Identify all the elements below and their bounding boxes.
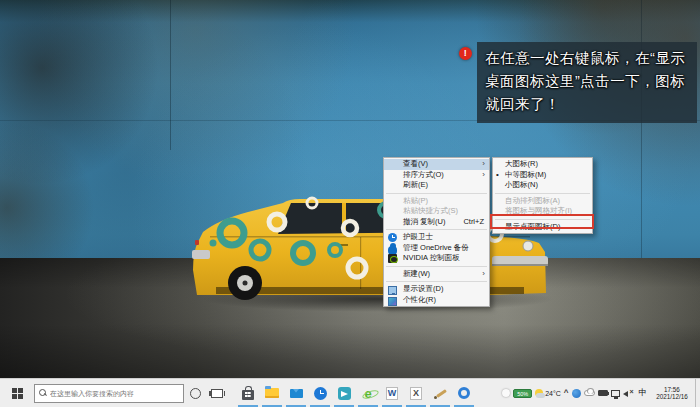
menu-item-nvidia-control-panel[interactable]: NVIDIA 控制面板 bbox=[384, 253, 489, 264]
menu-item-shortcut: Ctrl+Z bbox=[463, 217, 484, 228]
hidden-icons-chevron[interactable]: ^ bbox=[564, 389, 569, 397]
tray-blue-app-icon[interactable] bbox=[572, 389, 581, 398]
windows-logo-icon bbox=[12, 388, 23, 399]
submenu-item-auto-arrange[interactable]: 自动排列图标(A) bbox=[493, 196, 592, 207]
annotation-callout: ! 在任意一处右键鼠标，在“显示 桌面图标这里”点击一下，图标 就回来了！ bbox=[477, 42, 697, 123]
annotation-line: 就回来了！ bbox=[485, 93, 689, 116]
temperature-label: 24°C bbox=[545, 390, 561, 397]
pen-app-taskbar-button[interactable] bbox=[428, 379, 452, 407]
menu-item-new[interactable]: 新建(W) › bbox=[384, 269, 489, 280]
nvidia-icon bbox=[388, 254, 397, 263]
mute-x: × bbox=[629, 388, 633, 395]
menu-item-personalization[interactable]: 个性化(R) bbox=[384, 295, 489, 306]
menu-item-display-settings[interactable]: 显示设置(D) bbox=[384, 284, 489, 295]
speaker-muted-icon[interactable]: × bbox=[623, 389, 634, 398]
red-exclamation-badge-icon: ! bbox=[459, 47, 472, 60]
menu-item-label: 新建(W) bbox=[403, 269, 430, 279]
menu-item-label: 排序方式(O) bbox=[403, 170, 444, 180]
personalization-icon bbox=[388, 297, 397, 306]
menu-separator bbox=[495, 219, 590, 220]
menu-item-label: 自动排列图标(A) bbox=[505, 196, 560, 206]
menu-item-label: 个性化(R) bbox=[403, 295, 436, 305]
submenu-item-large-icons[interactable]: 大图标(R) bbox=[493, 159, 592, 170]
battery-icon[interactable] bbox=[598, 390, 608, 396]
desktop-screen: ! 在任意一处右键鼠标，在“显示 桌面图标这里”点击一下，图标 就回来了！ 查看… bbox=[0, 0, 700, 407]
taskbar-app-icons: e W X bbox=[236, 379, 476, 407]
menu-item-label: 显示桌面图标(D) bbox=[505, 222, 560, 232]
system-tray: 50% 24°C ^ × 中 17:56 2021/12/16 bbox=[502, 379, 700, 407]
menu-separator bbox=[386, 229, 487, 230]
menu-item-label: 粘贴快捷方式(S) bbox=[403, 206, 458, 216]
submenu-item-small-icons[interactable]: 小图标(N) bbox=[493, 180, 592, 191]
menu-item-label: 中等图标(M) bbox=[505, 170, 546, 180]
store-icon bbox=[242, 390, 254, 400]
menu-separator bbox=[495, 193, 590, 194]
show-desktop-button[interactable] bbox=[695, 379, 699, 407]
wall-seam bbox=[170, 0, 171, 150]
menu-item-label: 撤消 复制(U) bbox=[403, 217, 446, 227]
store-taskbar-button[interactable] bbox=[236, 379, 260, 407]
submenu-item-medium-icons[interactable]: • 中等图标(M) bbox=[493, 170, 592, 181]
eye-guard-clock-icon bbox=[314, 387, 327, 400]
time-label: 17:56 bbox=[652, 386, 692, 394]
eye-guard-taskbar-button[interactable] bbox=[308, 379, 332, 407]
menu-item-label: 粘贴(P) bbox=[403, 196, 428, 206]
task-view-button[interactable] bbox=[206, 379, 228, 407]
search-input[interactable] bbox=[50, 390, 179, 397]
menu-item-label: 查看(V) bbox=[403, 159, 428, 169]
taskbar-clock[interactable]: 17:56 2021/12/16 bbox=[652, 386, 692, 401]
start-button[interactable] bbox=[0, 379, 34, 407]
menu-separator bbox=[386, 193, 487, 194]
menu-item-paste[interactable]: 粘贴(P) bbox=[384, 196, 489, 207]
menu-item-refresh[interactable]: 刷新(E) bbox=[384, 180, 489, 191]
weather-widget[interactable]: 24°C bbox=[535, 389, 561, 397]
network-icon[interactable] bbox=[611, 390, 620, 397]
cortana-icon bbox=[190, 388, 201, 399]
menu-item-onedrive-backup[interactable]: 管理 OneDrive 备份 bbox=[384, 243, 489, 254]
teal-app-icon bbox=[338, 387, 351, 400]
submenu-arrow-icon: › bbox=[482, 170, 485, 181]
annotation-line: 桌面图标这里”点击一下，图标 bbox=[485, 70, 689, 93]
menu-item-label: 显示设置(D) bbox=[403, 284, 443, 294]
brightness-bulb-icon[interactable] bbox=[502, 389, 510, 397]
file-explorer-icon bbox=[265, 388, 279, 398]
taskbar: e W X 50% bbox=[0, 378, 700, 407]
menu-item-label: 管理 OneDrive 备份 bbox=[403, 243, 469, 253]
eye-guard-percent-badge[interactable]: 50% bbox=[513, 389, 532, 398]
radio-bullet-icon: • bbox=[496, 170, 499, 181]
eye-guard-clock-icon bbox=[388, 233, 397, 242]
menu-item-undo-copy[interactable]: 撤消 复制(U) Ctrl+Z bbox=[384, 217, 489, 228]
desktop-context-menu: 查看(V) › 排序方式(O) › 刷新(E) 粘贴(P) 粘贴快捷方式(S) … bbox=[383, 157, 490, 307]
browser-taskbar-button[interactable]: e bbox=[356, 379, 380, 407]
onedrive-tray-icon[interactable] bbox=[584, 390, 595, 396]
menu-item-view[interactable]: 查看(V) › bbox=[384, 159, 489, 170]
blue-ring-app-taskbar-button[interactable] bbox=[452, 379, 476, 407]
browser-e-icon: e bbox=[364, 387, 371, 400]
menu-item-label: 护眼卫士 bbox=[403, 232, 433, 242]
submenu-item-show-desktop-icons[interactable]: 显示桌面图标(D) bbox=[493, 222, 592, 233]
menu-item-label: 刷新(E) bbox=[403, 180, 428, 190]
file-explorer-taskbar-button[interactable] bbox=[260, 379, 284, 407]
taskbar-search-box[interactable] bbox=[34, 384, 184, 403]
word-icon: W bbox=[386, 387, 398, 400]
menu-item-label: 大图标(R) bbox=[505, 159, 538, 169]
ime-indicator[interactable]: 中 bbox=[637, 387, 650, 399]
menu-item-sort-by[interactable]: 排序方式(O) › bbox=[384, 170, 489, 181]
word-taskbar-button[interactable]: W bbox=[380, 379, 404, 407]
annotation-line: 在任意一处右键鼠标，在“显示 bbox=[485, 47, 689, 70]
menu-separator bbox=[386, 266, 487, 267]
wall-seam bbox=[641, 0, 642, 262]
mail-icon bbox=[290, 389, 303, 398]
teal-app-taskbar-button[interactable] bbox=[332, 379, 356, 407]
cortana-button[interactable] bbox=[184, 379, 206, 407]
search-icon bbox=[39, 389, 47, 397]
submenu-item-align-to-grid[interactable]: 将图标与网格对齐(I) bbox=[493, 206, 592, 217]
menu-item-eye-guard[interactable]: 护眼卫士 bbox=[384, 232, 489, 243]
x-app-taskbar-button[interactable]: X bbox=[404, 379, 428, 407]
menu-item-paste-shortcut[interactable]: 粘贴快捷方式(S) bbox=[384, 206, 489, 217]
weather-sun-cloud-icon bbox=[535, 389, 543, 397]
menu-item-label: 将图标与网格对齐(I) bbox=[505, 206, 572, 216]
pen-app-icon bbox=[434, 387, 447, 400]
mail-taskbar-button[interactable] bbox=[284, 379, 308, 407]
x-app-icon: X bbox=[410, 387, 422, 400]
